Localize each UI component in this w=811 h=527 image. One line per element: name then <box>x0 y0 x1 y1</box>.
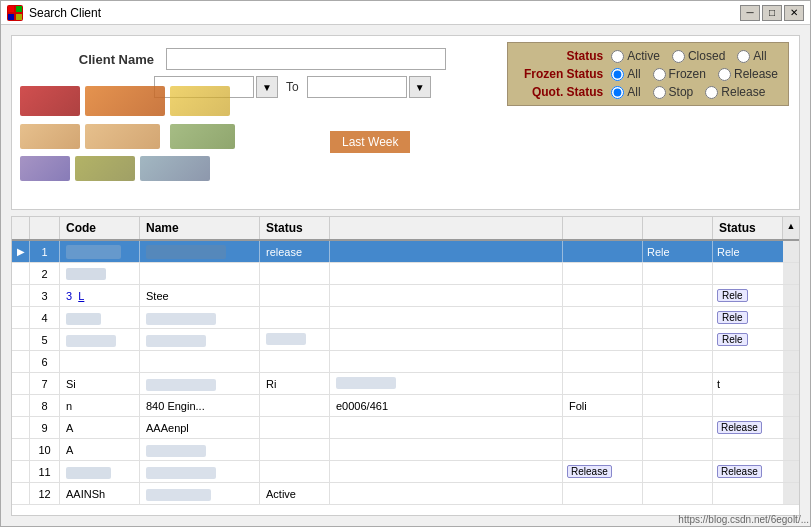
table-header: Code Name Status Status ▲ <box>12 217 799 241</box>
cell-col6 <box>643 329 713 350</box>
cell-code <box>60 329 140 350</box>
scroll-col <box>783 417 799 438</box>
table-row[interactable]: 8 n 840 Engin... e0006/461 Foli <box>12 395 799 417</box>
status-active-option[interactable]: Active <box>611 49 660 63</box>
frozen-status-label: Frozen Status <box>518 67 603 81</box>
cell-col4 <box>330 329 563 350</box>
quot-stop-label: Stop <box>669 85 694 99</box>
cell-status <box>260 329 330 350</box>
scroll-col <box>783 439 799 460</box>
cell-col4 <box>330 351 563 372</box>
quot-all-radio[interactable] <box>611 86 624 99</box>
frozen-all-option[interactable]: All <box>611 67 640 81</box>
client-name-input[interactable] <box>166 48 446 70</box>
cell-col5 <box>563 241 643 262</box>
quot-release-radio[interactable] <box>705 86 718 99</box>
results-table: Code Name Status Status ▲ ▶ 1 <box>11 216 800 516</box>
maximize-button[interactable]: □ <box>762 5 782 21</box>
scroll-col <box>783 307 799 328</box>
cell-code: n <box>60 395 140 416</box>
table-row[interactable]: 12 AAINSh Active <box>12 483 799 505</box>
frozen-all-radio[interactable] <box>611 68 624 81</box>
cell-qstatus <box>713 395 783 416</box>
svg-rect-1 <box>16 6 22 12</box>
cell-qstatus <box>713 263 783 284</box>
quot-release-option[interactable]: Release <box>705 85 765 99</box>
row-arrow <box>12 439 30 460</box>
status-all-radio[interactable] <box>737 50 750 63</box>
cell-col6: Rele <box>643 241 713 262</box>
row-num: 10 <box>30 439 60 460</box>
table-row[interactable]: 9 A AAAenpl Release <box>12 417 799 439</box>
row-num: 6 <box>30 351 60 372</box>
header-name: Name <box>140 217 260 239</box>
cell-name <box>140 351 260 372</box>
cell-status <box>260 417 330 438</box>
cell-qstatus: Release <box>713 461 783 482</box>
cell-qstatus: Rele <box>713 329 783 350</box>
minimize-button[interactable]: ─ <box>740 5 760 21</box>
cell-code <box>60 307 140 328</box>
quot-all-option[interactable]: All <box>611 85 640 99</box>
row-num: 12 <box>30 483 60 504</box>
cell-col6 <box>643 461 713 482</box>
date-to-picker[interactable]: ▼ <box>409 76 431 98</box>
row-arrow <box>12 285 30 306</box>
close-button[interactable]: ✕ <box>784 5 804 21</box>
table-row[interactable]: 6 <box>12 351 799 373</box>
header-num-col <box>30 217 60 239</box>
row-num: 9 <box>30 417 60 438</box>
scroll-col <box>783 395 799 416</box>
cell-name <box>140 483 260 504</box>
scroll-col <box>783 461 799 482</box>
table-row[interactable]: 3 3 L Stee Rele <box>12 285 799 307</box>
quot-status-row: Quot. Status All Stop Release <box>518 85 778 99</box>
cell-col5 <box>563 329 643 350</box>
scroll-spacer: ▲ <box>783 217 799 239</box>
cell-status <box>260 263 330 284</box>
cell-col4 <box>330 483 563 504</box>
frozen-frozen-option[interactable]: Frozen <box>653 67 706 81</box>
status-closed-radio[interactable] <box>672 50 685 63</box>
cell-col6 <box>643 285 713 306</box>
table-row[interactable]: 11 Release R <box>12 461 799 483</box>
table-row[interactable]: ▶ 1 release Rele Rele <box>12 241 799 263</box>
frozen-release-label: Release <box>734 67 778 81</box>
table-row[interactable]: 5 Rele <box>12 329 799 351</box>
cell-name: 840 Engin... <box>140 395 260 416</box>
status-active-radio[interactable] <box>611 50 624 63</box>
row-arrow <box>12 373 30 394</box>
cell-status <box>260 395 330 416</box>
cell-col6 <box>643 351 713 372</box>
content-area: Client Name 01/01/1999 ▼ To 31/12/2020 ▼ <box>1 25 810 526</box>
status-closed-option[interactable]: Closed <box>672 49 725 63</box>
cell-col4 <box>330 285 563 306</box>
cell-col6 <box>643 439 713 460</box>
row-arrow <box>12 461 30 482</box>
table-row[interactable]: 4 Rele <box>12 307 799 329</box>
table-row[interactable]: 7 Si Ri t <box>12 373 799 395</box>
quot-stop-option[interactable]: Stop <box>653 85 694 99</box>
frozen-status-row: Frozen Status All Frozen Release <box>518 67 778 81</box>
frozen-frozen-radio[interactable] <box>653 68 666 81</box>
cell-col4 <box>330 307 563 328</box>
table-row[interactable]: 2 <box>12 263 799 285</box>
cell-code <box>60 461 140 482</box>
table-row[interactable]: 10 A <box>12 439 799 461</box>
quot-stop-radio[interactable] <box>653 86 666 99</box>
row-num: 1 <box>30 241 60 262</box>
last-week-button[interactable]: Last Week <box>330 131 410 153</box>
status-row: Status Active Closed All <box>518 49 778 63</box>
client-name-label: Client Name <box>24 52 154 67</box>
table-body: ▶ 1 release Rele Rele <box>12 241 799 515</box>
frozen-release-radio[interactable] <box>718 68 731 81</box>
cell-code: AAINSh <box>60 483 140 504</box>
row-arrow <box>12 263 30 284</box>
cell-col5 <box>563 417 643 438</box>
cell-col4 <box>330 461 563 482</box>
table-rows: ▶ 1 release Rele Rele <box>12 241 799 515</box>
frozen-release-option[interactable]: Release <box>718 67 778 81</box>
cell-code <box>60 351 140 372</box>
status-all-option[interactable]: All <box>737 49 766 63</box>
app-icon <box>7 5 23 21</box>
